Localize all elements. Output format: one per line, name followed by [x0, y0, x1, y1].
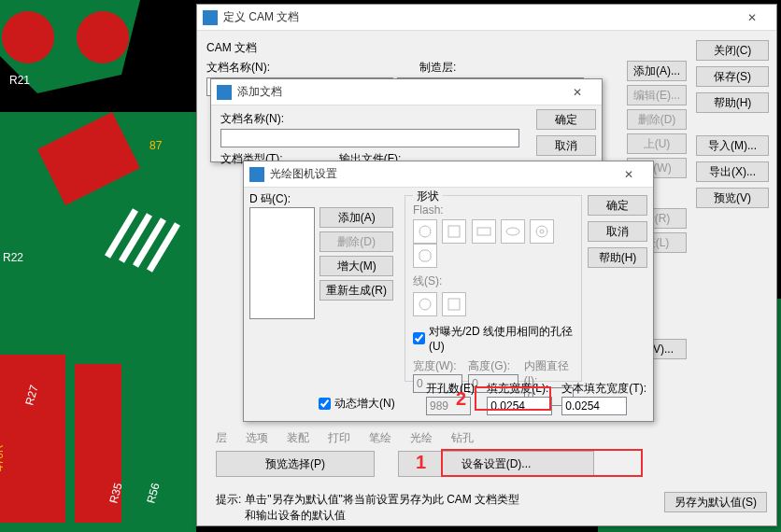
- titlebar: 光绘图机设置 ✕: [244, 161, 653, 188]
- svg-text:R21: R21: [9, 74, 30, 87]
- tab-print[interactable]: 打印: [328, 430, 350, 446]
- up-button[interactable]: 上(U): [627, 133, 687, 154]
- tab-photoplot[interactable]: 光绘: [410, 430, 433, 446]
- cancel-button[interactable]: 取消: [588, 221, 647, 242]
- svg-point-21: [419, 226, 431, 237]
- textfill-input[interactable]: 0.0254: [561, 397, 627, 415]
- delete-dcode-button[interactable]: 删除(D): [320, 231, 393, 252]
- svg-rect-23: [477, 228, 490, 235]
- svg-point-28: [419, 299, 431, 310]
- svg-point-25: [536, 226, 547, 237]
- dialog-title: 添加文档: [237, 84, 559, 100]
- regenerate-button[interactable]: 重新生成(R): [320, 280, 393, 301]
- svg-text:470R: 470R: [0, 444, 6, 471]
- shape-group-label: 形状: [413, 189, 443, 204]
- flash-label: Flash:: [413, 203, 574, 217]
- save-default-button[interactable]: 另存为默认值(S): [664, 492, 767, 512]
- tab-options[interactable]: 选项: [246, 430, 268, 446]
- tip-text: 单击"另存为默认值"将当前设置另存为此 CAM 文档类型和输出设备的默认值: [245, 492, 525, 524]
- svg-text:87: 87: [149, 139, 163, 152]
- import-button[interactable]: 导入(M)...: [696, 135, 769, 156]
- enlarge-button[interactable]: 增大(M): [320, 256, 393, 276]
- auto-enlarge-checkbox[interactable]: 动态增大(N): [319, 396, 395, 412]
- ok-button[interactable]: 确定: [588, 195, 647, 216]
- preview-button[interactable]: 预览(V): [696, 188, 769, 208]
- dialog-title: 光绘图机设置: [270, 166, 610, 182]
- same-aperture-checkbox[interactable]: 对曝光/2D 线使用相同的孔径(U): [413, 324, 574, 353]
- add-dcode-button[interactable]: 添加(A): [320, 207, 393, 228]
- edit-button[interactable]: 编辑(E)...: [627, 85, 687, 105]
- titlebar: 定义 CAM 文档 ✕: [197, 5, 776, 31]
- ok-button[interactable]: 确定: [536, 109, 596, 130]
- svg-point-2: [77, 11, 129, 63]
- tab-pen[interactable]: 笔绘: [369, 430, 391, 446]
- help-button[interactable]: 帮助(H): [588, 247, 647, 268]
- close-icon[interactable]: ✕: [733, 5, 771, 30]
- tab-layer[interactable]: 层: [216, 430, 227, 446]
- shape-octagon-icon[interactable]: [413, 244, 437, 268]
- tip-label: 提示:: [216, 492, 241, 508]
- docname-input[interactable]: [220, 129, 519, 147]
- dialog-title: 定义 CAM 文档: [223, 9, 733, 25]
- dcode-list[interactable]: [249, 207, 315, 319]
- cam-doc-section-label: CAM 文档: [206, 40, 767, 56]
- help-button[interactable]: 帮助(H): [696, 92, 769, 113]
- height-label: 高度(G):: [468, 358, 518, 374]
- app-icon: [217, 85, 232, 100]
- svg-rect-29: [448, 299, 460, 310]
- dcode-label: D 码(C):: [249, 191, 393, 207]
- shape-rect-icon[interactable]: [472, 219, 496, 244]
- device-settings-button[interactable]: 设备设置(D)...: [398, 451, 594, 477]
- svg-rect-3: [0, 355, 65, 523]
- shape-circle-icon[interactable]: [413, 219, 437, 244]
- cancel-button[interactable]: 取消: [536, 135, 596, 156]
- fill-input[interactable]: 0.0254: [487, 397, 552, 415]
- close-icon[interactable]: ✕: [559, 79, 596, 105]
- holes-label: 开孔数(E):: [426, 381, 477, 397]
- save-button[interactable]: 保存(S): [696, 66, 769, 87]
- tab-drill[interactable]: 钻孔: [451, 430, 474, 446]
- docname-label: 文档名称(N):: [206, 60, 270, 76]
- line-circle-icon[interactable]: [413, 292, 437, 316]
- app-icon: [249, 167, 264, 182]
- shape-square-icon[interactable]: [442, 219, 466, 244]
- close-icon[interactable]: ✕: [610, 161, 647, 187]
- svg-rect-22: [448, 226, 460, 237]
- preview-select-button[interactable]: 预览选择(P): [216, 451, 375, 477]
- width-label: 宽度(W):: [413, 358, 462, 374]
- titlebar: 添加文档 ✕: [211, 79, 602, 105]
- tab-strip: 层 选项 装配 打印 笔绘 光绘 钻孔: [216, 430, 474, 446]
- app-icon: [203, 10, 218, 25]
- line-label: 线(S):: [413, 273, 574, 289]
- add-doc-dialog: 添加文档 ✕ 文档名称(N): 文档类型(T): 输出文件(F): 确定 取消: [210, 78, 603, 162]
- svg-marker-27: [419, 250, 431, 261]
- line-square-icon[interactable]: [442, 292, 466, 316]
- layer-label: 制造层:: [419, 60, 456, 76]
- svg-point-24: [506, 228, 519, 235]
- svg-point-26: [540, 230, 544, 233]
- shape-oval-icon[interactable]: [501, 219, 525, 244]
- shape-donut-icon[interactable]: [530, 219, 554, 244]
- svg-text:R22: R22: [3, 251, 23, 264]
- svg-point-1: [2, 11, 54, 63]
- export-button[interactable]: 导出(X)...: [696, 161, 769, 182]
- tab-assembly[interactable]: 装配: [287, 430, 309, 446]
- add-button[interactable]: 添加(A)...: [627, 61, 687, 81]
- close-button[interactable]: 关闭(C): [696, 40, 769, 61]
- photoplotter-dialog: 光绘图机设置 ✕ D 码(C): 添加(A) 删除(D) 增大(M) 重新生成(…: [243, 161, 654, 422]
- textfill-label: 文本填充宽度(T):: [561, 381, 646, 397]
- fill-label: 填充宽度(L):: [487, 381, 552, 397]
- delete-button[interactable]: 删除(D): [627, 109, 687, 130]
- holes-input: 989: [426, 397, 471, 415]
